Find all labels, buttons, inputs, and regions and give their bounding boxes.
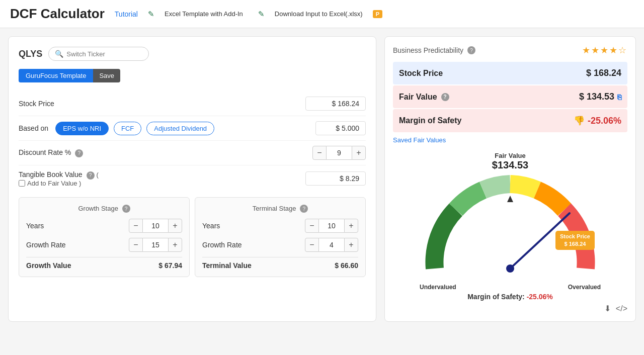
terminal-value: $ 66.60 bbox=[335, 261, 358, 270]
right-panel: Business Predictability ? ★★★★☆ Stock Pr… bbox=[384, 36, 636, 322]
excel-icon-2: ✎ bbox=[258, 10, 265, 19]
discount-minus-btn[interactable]: − bbox=[312, 146, 327, 160]
terminal-rate-label: Growth Rate bbox=[202, 241, 242, 249]
terminal-rate-minus[interactable]: − bbox=[305, 238, 319, 252]
svg-point-0 bbox=[452, 211, 568, 284]
tangible-checkbox-wrap[interactable]: Add to Fair Value ) bbox=[19, 180, 99, 187]
stock-price-value: $ 168.24 bbox=[305, 97, 366, 111]
save-button[interactable]: Save bbox=[93, 69, 120, 82]
app-title: DCF Calculator bbox=[10, 6, 105, 22]
stock-price-metric: Stock Price $ 168.24 bbox=[393, 62, 627, 84]
rp-stock-price-label: Stock Price bbox=[399, 69, 443, 78]
excel-download-btn[interactable]: Download Input to Excel(.xlsx) bbox=[275, 10, 363, 18]
predictability-help-icon[interactable]: ? bbox=[467, 46, 475, 54]
growth-value: $ 67.94 bbox=[158, 261, 182, 270]
search-icon: 🔍 bbox=[55, 50, 63, 58]
terminal-stage-title: Terminal Stage ? bbox=[202, 205, 358, 213]
premium-badge[interactable]: P bbox=[373, 10, 382, 18]
svg-marker-3 bbox=[507, 196, 513, 202]
terminal-rate-value: 4 bbox=[319, 238, 344, 252]
excel-template-btn[interactable]: Excel Template with Add-In bbox=[165, 10, 243, 18]
svg-text:Stock Price: Stock Price bbox=[560, 233, 590, 239]
search-box[interactable]: 🔍 bbox=[48, 47, 149, 61]
growth-years-plus[interactable]: + bbox=[168, 219, 182, 233]
based-on-value: $ 5.000 bbox=[315, 121, 366, 135]
gauge-share-btn[interactable]: </> bbox=[616, 304, 627, 313]
predictability-label: Business Predictability ? bbox=[393, 46, 475, 54]
margin-bottom-text: Margin of Safety: -25.06% bbox=[467, 293, 553, 301]
growth-rate-minus[interactable]: − bbox=[129, 238, 143, 252]
tangible-value: $ 8.29 bbox=[305, 171, 366, 186]
growth-stage-title: Growth Stage ? bbox=[26, 205, 182, 213]
terminal-value-label: Terminal Value bbox=[202, 261, 252, 270]
growth-rate-label: Growth Rate bbox=[26, 241, 66, 249]
terminal-rate-plus[interactable]: + bbox=[344, 238, 358, 252]
growth-years-label: Years bbox=[26, 222, 44, 230]
stock-price-label: Stock Price bbox=[19, 100, 54, 108]
left-panel: QLYS 🔍 GuruFocus Template Save Stock Pri… bbox=[8, 36, 376, 322]
stars: ★★★★☆ bbox=[582, 45, 627, 56]
tutorial-link[interactable]: Tutorial bbox=[115, 10, 138, 18]
tangible-label: Tangible Book Value ? ( Add to Fair Valu… bbox=[19, 170, 99, 187]
growth-years-minus[interactable]: − bbox=[129, 219, 143, 233]
growth-years-value: 10 bbox=[143, 219, 168, 233]
growth-stage-box: Growth Stage ? Years − 10 + Growth Rate … bbox=[19, 197, 190, 278]
growth-rate-plus[interactable]: + bbox=[168, 238, 182, 252]
gauge-fair-value-label: Fair Value bbox=[495, 152, 525, 159]
discount-plus-btn[interactable]: + bbox=[352, 146, 366, 160]
gauge-overvalued-label: Overvalued bbox=[568, 284, 601, 291]
fair-value-metric: Fair Value ? $ 134.53 ⎘ bbox=[393, 85, 627, 108]
excel-icon-1: ✎ bbox=[148, 10, 154, 19]
rp-margin-label: Margin of Safety bbox=[399, 116, 461, 125]
growth-value-label: Growth Value bbox=[26, 261, 71, 270]
terminal-years-label: Years bbox=[202, 222, 220, 230]
rp-margin-value: 👎 -25.06% bbox=[574, 115, 621, 126]
saved-fair-values-link[interactable]: Saved Fair Values bbox=[393, 133, 627, 147]
terminal-help-icon[interactable]: ? bbox=[300, 205, 308, 213]
terminal-stage-box: Terminal Stage ? Years − 10 + Growth Rat… bbox=[195, 197, 366, 278]
tab-dividend[interactable]: Adjusted Dividend bbox=[146, 122, 214, 135]
margin-metric: Margin of Safety 👎 -25.06% bbox=[393, 109, 627, 132]
tangible-checkbox[interactable] bbox=[19, 180, 25, 187]
app-header: DCF Calculator Tutorial ✎ Excel Template… bbox=[0, 0, 644, 28]
gauge-container: Fair Value $134.53 bbox=[393, 147, 627, 313]
tab-eps[interactable]: EPS w/o NRI bbox=[55, 122, 109, 135]
growth-rate-value: 15 bbox=[143, 238, 168, 252]
rp-fair-value-label: Fair Value ? bbox=[399, 93, 449, 102]
tab-fcf[interactable]: FCF bbox=[114, 122, 141, 135]
terminal-years-plus[interactable]: + bbox=[344, 219, 358, 233]
fair-value-help-icon[interactable]: ? bbox=[441, 93, 449, 101]
ticker-symbol: QLYS bbox=[19, 49, 42, 59]
gauge-download-btn[interactable]: ⬇ bbox=[604, 304, 611, 313]
template-button[interactable]: GuruFocus Template bbox=[19, 69, 93, 82]
svg-point-2 bbox=[506, 264, 514, 273]
rp-fair-value-value: $ 134.53 ⎘ bbox=[579, 92, 621, 102]
based-on-label: Based on bbox=[19, 124, 48, 132]
rp-stock-price-value: $ 168.24 bbox=[586, 68, 621, 78]
discount-rate-label: Discount Rate % ? bbox=[19, 148, 83, 157]
growth-help-icon[interactable]: ? bbox=[122, 205, 130, 213]
svg-text:$ 168.24: $ 168.24 bbox=[565, 241, 587, 247]
discount-help-icon[interactable]: ? bbox=[75, 149, 83, 157]
gauge-undervalued-label: Undervalued bbox=[420, 284, 456, 291]
discount-rate-value: 9 bbox=[327, 146, 352, 160]
margin-bottom-value: -25.06% bbox=[527, 293, 553, 301]
gauge-fair-value: $134.53 bbox=[492, 159, 528, 171]
tangible-help-icon[interactable]: ? bbox=[87, 171, 95, 180]
terminal-years-minus[interactable]: − bbox=[305, 219, 319, 233]
search-input[interactable] bbox=[66, 50, 142, 58]
terminal-years-value: 10 bbox=[319, 219, 344, 233]
copy-icon[interactable]: ⎘ bbox=[617, 93, 621, 101]
